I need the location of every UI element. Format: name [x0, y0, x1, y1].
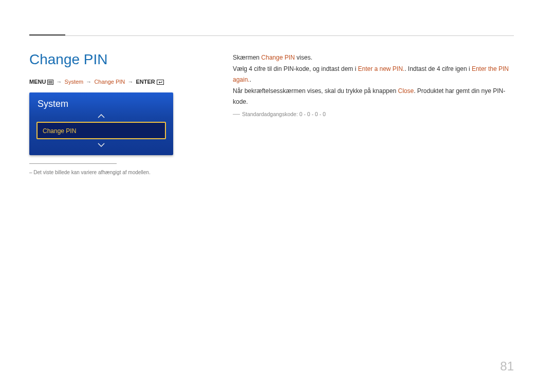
- text: .: [250, 76, 251, 83]
- arrow-icon: →: [126, 79, 134, 85]
- enter-icon: [157, 79, 164, 85]
- breadcrumb: MENU → System → Change PIN → ENTER: [29, 79, 164, 85]
- body-subnote: Standardadgangskode: 0 - 0 - 0 - 0: [233, 110, 514, 119]
- text-highlight: Close: [398, 87, 414, 95]
- text: vises.: [295, 54, 312, 61]
- panel-item-label: Change PIN: [43, 127, 76, 135]
- text: . Indtast de 4 cifre igen i: [404, 65, 472, 72]
- page-number: 81: [500, 359, 514, 374]
- page-title: Change PIN: [29, 51, 108, 68]
- menu-icon: [47, 79, 55, 85]
- panel-list: Change PIN: [29, 113, 173, 154]
- divider: [29, 163, 117, 164]
- osd-panel: System Change PIN: [29, 92, 173, 155]
- chevron-up-icon[interactable]: [36, 113, 166, 120]
- breadcrumb-enter: ENTER: [136, 79, 155, 85]
- panel-footnote: – Det viste billede kan variere afhængig…: [29, 170, 151, 175]
- arrow-icon: →: [85, 79, 92, 85]
- panel-item-change-pin[interactable]: Change PIN: [36, 122, 166, 139]
- body-line-3: Når bekræftelsesskærmen vises, skal du t…: [233, 86, 514, 107]
- top-rule: [29, 35, 514, 36]
- body-text: Skærmen Change PIN vises. Vælg 4 cifre t…: [233, 52, 514, 119]
- text: Når bekræftelsesskærmen vises, skal du t…: [233, 87, 398, 95]
- body-line-2: Vælg 4 cifre til din PIN-kode, og indtas…: [233, 64, 514, 85]
- text-highlight: Change PIN: [261, 54, 294, 61]
- body-line-1: Skærmen Change PIN vises.: [233, 52, 514, 63]
- arrow-icon: →: [55, 79, 63, 85]
- text-highlight: Enter a new PIN.: [358, 65, 404, 72]
- text: Vælg 4 cifre til din PIN-kode, og indtas…: [233, 65, 358, 72]
- panel-title: System: [29, 92, 173, 113]
- breadcrumb-system: System: [65, 79, 84, 85]
- breadcrumb-change-pin: Change PIN: [94, 79, 125, 85]
- dash-icon: [233, 114, 240, 115]
- chevron-down-icon[interactable]: [36, 141, 166, 148]
- breadcrumb-menu: MENU: [29, 79, 46, 85]
- text: Skærmen: [233, 54, 261, 61]
- subnote-text: Standardadgangskode: 0 - 0 - 0 - 0: [242, 111, 326, 117]
